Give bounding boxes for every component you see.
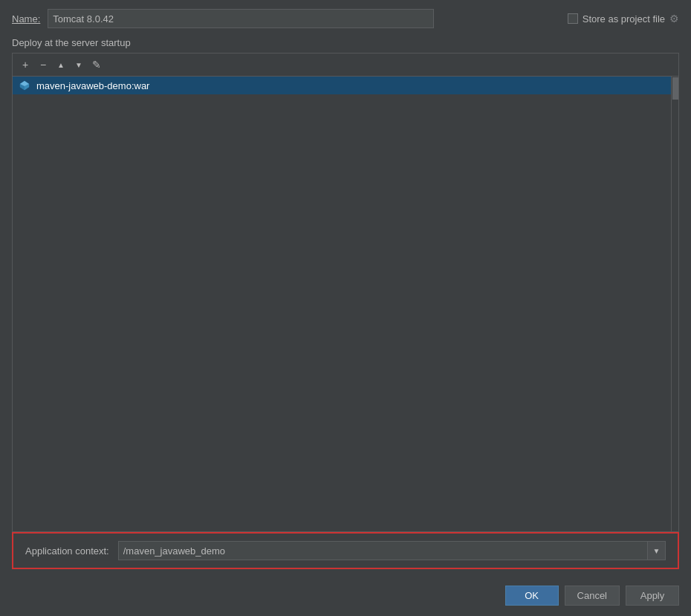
ok-button[interactable]: OK	[505, 586, 559, 606]
deploy-section-label: Deploy at the server startup	[0, 34, 691, 53]
header-row: Name: Store as project file ⚙	[0, 0, 691, 34]
deploy-toolbar: + − ▲ ▼ ✎	[13, 54, 678, 77]
edit-icon: ✎	[92, 59, 101, 71]
chevron-down-icon: ▼	[653, 547, 661, 555]
down-icon: ▼	[75, 61, 82, 69]
list-item-label: maven-javaweb-demo:war	[36, 80, 149, 91]
name-label: Name:	[12, 13, 40, 25]
scrollbar[interactable]	[671, 77, 678, 531]
minus-icon: −	[40, 59, 46, 71]
add-button[interactable]: +	[17, 56, 33, 73]
context-input-wrapper: ▼	[118, 541, 666, 560]
deploy-list-container: maven-javaweb-demo:war	[13, 77, 678, 531]
context-input[interactable]	[119, 542, 647, 560]
main-content: + − ▲ ▼ ✎	[0, 53, 691, 532]
up-icon: ▲	[57, 61, 65, 69]
context-label: Application context:	[25, 545, 109, 557]
footer-row: OK Cancel Apply	[0, 578, 691, 616]
plus-icon: +	[22, 59, 28, 71]
move-down-button[interactable]: ▼	[71, 56, 87, 73]
store-project-label: Store as project file	[583, 13, 665, 25]
deploy-panel: + − ▲ ▼ ✎	[12, 53, 679, 532]
deploy-list: maven-javaweb-demo:war	[13, 77, 671, 531]
war-artifact-icon	[19, 80, 30, 91]
cancel-button[interactable]: Cancel	[565, 586, 620, 606]
store-project-checkbox[interactable]	[568, 13, 578, 24]
name-input[interactable]	[48, 9, 434, 28]
remove-button[interactable]: −	[35, 56, 51, 73]
list-item[interactable]: maven-javaweb-demo:war	[13, 77, 671, 94]
gear-icon[interactable]: ⚙	[669, 13, 679, 25]
run-configuration-dialog: Name: Store as project file ⚙ Deploy at …	[0, 0, 691, 616]
application-context-row: Application context: ▼	[12, 532, 679, 569]
move-up-button[interactable]: ▲	[53, 56, 69, 73]
scrollbar-thumb[interactable]	[672, 77, 678, 100]
apply-button[interactable]: Apply	[626, 586, 679, 606]
context-dropdown-button[interactable]: ▼	[647, 542, 665, 560]
edit-button[interactable]: ✎	[88, 56, 105, 73]
store-project-area: Store as project file ⚙	[568, 13, 679, 25]
